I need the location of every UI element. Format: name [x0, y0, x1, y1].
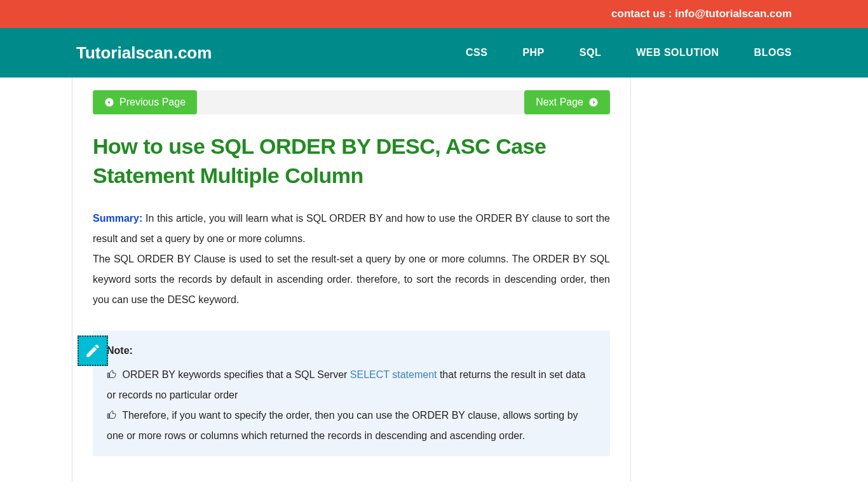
thumbs-up-icon	[107, 410, 117, 420]
summary-text: In this article, you will learn what is …	[93, 213, 610, 244]
nav-link-php[interactable]: PHP	[522, 47, 544, 58]
prev-label: Previous Page	[119, 97, 186, 108]
nav-link-web-solution[interactable]: WEB SOLUTION	[636, 47, 719, 58]
page-title: How to use SQL ORDER BY DESC, ASC Case S…	[93, 132, 610, 191]
note-icon-badge	[78, 336, 108, 366]
top-contact-bar: contact us : info@tutorialscan.com	[0, 0, 868, 28]
next-page-button[interactable]: Next Page	[524, 90, 610, 114]
note-point-2: Therefore, if you want to specify the or…	[107, 405, 596, 446]
next-label: Next Page	[536, 97, 583, 108]
sidebar	[631, 78, 796, 482]
note-point-1a: ORDER BY keywords specifies that a SQL S…	[122, 369, 349, 380]
note-box: Note: ORDER BY keywords specifies that a…	[93, 330, 610, 456]
site-logo[interactable]: Tutorialscan.com	[76, 43, 212, 63]
article-body: Summary: In this article, you will learn…	[93, 208, 610, 310]
summary-paragraph: Summary: In this article, you will learn…	[93, 208, 610, 249]
contact-text: contact us : info@tutorialscan.com	[611, 8, 792, 20]
summary-label: Summary:	[93, 213, 142, 224]
pager: Previous Page Next Page	[93, 90, 610, 114]
arrow-left-icon	[104, 97, 114, 107]
main-content: Previous Page Next Page How to use SQL O…	[72, 78, 631, 482]
note-point-2-text: Therefore, if you want to specify the or…	[107, 410, 578, 441]
main-nav: Tutorialscan.com CSS PHP SQL WEB SOLUTIO…	[0, 28, 868, 78]
nav-link-sql[interactable]: SQL	[580, 47, 601, 58]
intro-paragraph: The SQL ORDER BY Clause is used to set t…	[93, 249, 610, 310]
select-statement-link[interactable]: SELECT statement	[350, 369, 437, 380]
nav-link-css[interactable]: CSS	[466, 47, 487, 58]
note-point-1: ORDER BY keywords specifies that a SQL S…	[107, 365, 596, 405]
note-heading: Note:	[107, 341, 596, 361]
nav-links: CSS PHP SQL WEB SOLUTION BLOGS	[466, 47, 792, 58]
thumbs-up-icon	[107, 369, 117, 379]
previous-page-button[interactable]: Previous Page	[93, 90, 197, 114]
pencil-icon	[85, 342, 101, 359]
nav-link-blogs[interactable]: BLOGS	[754, 47, 792, 58]
arrow-right-icon	[588, 97, 599, 107]
